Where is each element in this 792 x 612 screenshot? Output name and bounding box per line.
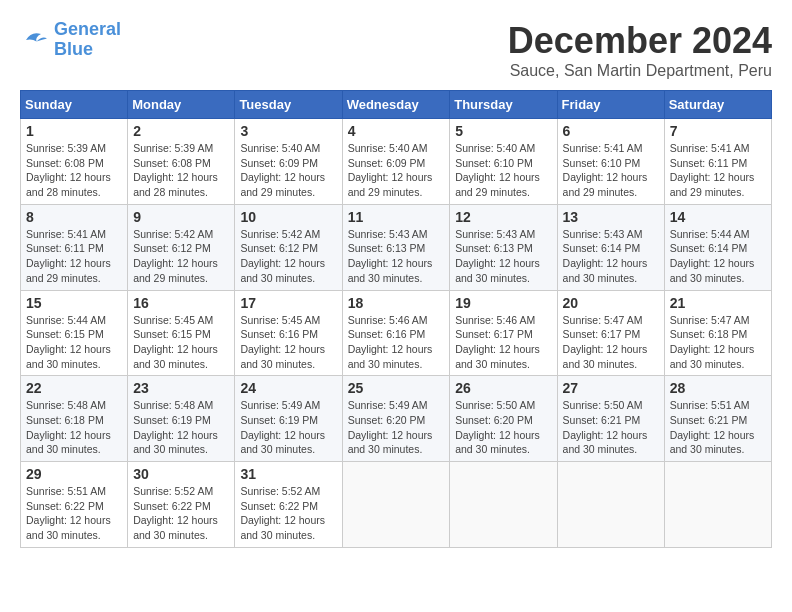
calendar-week-4: 22 Sunrise: 5:48 AMSunset: 6:18 PMDaylig… xyxy=(21,376,772,462)
day-number: 26 xyxy=(455,380,551,396)
day-info: Sunrise: 5:50 AMSunset: 6:20 PMDaylight:… xyxy=(455,398,551,457)
calendar-header-saturday: Saturday xyxy=(664,91,771,119)
calendar-week-1: 1 Sunrise: 5:39 AMSunset: 6:08 PMDayligh… xyxy=(21,119,772,205)
calendar-cell: 13 Sunrise: 5:43 AMSunset: 6:14 PMDaylig… xyxy=(557,204,664,290)
day-number: 7 xyxy=(670,123,766,139)
day-number: 24 xyxy=(240,380,336,396)
day-number: 22 xyxy=(26,380,122,396)
day-info: Sunrise: 5:42 AMSunset: 6:12 PMDaylight:… xyxy=(133,227,229,286)
calendar-header-tuesday: Tuesday xyxy=(235,91,342,119)
calendar-cell: 25 Sunrise: 5:49 AMSunset: 6:20 PMDaylig… xyxy=(342,376,450,462)
calendar-cell: 16 Sunrise: 5:45 AMSunset: 6:15 PMDaylig… xyxy=(128,290,235,376)
calendar-cell: 9 Sunrise: 5:42 AMSunset: 6:12 PMDayligh… xyxy=(128,204,235,290)
day-info: Sunrise: 5:40 AMSunset: 6:09 PMDaylight:… xyxy=(348,141,445,200)
logo: General Blue xyxy=(20,20,121,60)
day-number: 13 xyxy=(563,209,659,225)
day-number: 28 xyxy=(670,380,766,396)
day-number: 25 xyxy=(348,380,445,396)
day-info: Sunrise: 5:41 AMSunset: 6:10 PMDaylight:… xyxy=(563,141,659,200)
day-number: 15 xyxy=(26,295,122,311)
day-info: Sunrise: 5:50 AMSunset: 6:21 PMDaylight:… xyxy=(563,398,659,457)
day-number: 1 xyxy=(26,123,122,139)
calendar-week-3: 15 Sunrise: 5:44 AMSunset: 6:15 PMDaylig… xyxy=(21,290,772,376)
calendar-cell: 30 Sunrise: 5:52 AMSunset: 6:22 PMDaylig… xyxy=(128,462,235,548)
day-info: Sunrise: 5:49 AMSunset: 6:19 PMDaylight:… xyxy=(240,398,336,457)
location-title: Sauce, San Martin Department, Peru xyxy=(508,62,772,80)
calendar-cell xyxy=(664,462,771,548)
calendar-cell: 19 Sunrise: 5:46 AMSunset: 6:17 PMDaylig… xyxy=(450,290,557,376)
calendar-week-5: 29 Sunrise: 5:51 AMSunset: 6:22 PMDaylig… xyxy=(21,462,772,548)
day-info: Sunrise: 5:41 AMSunset: 6:11 PMDaylight:… xyxy=(670,141,766,200)
day-number: 18 xyxy=(348,295,445,311)
calendar-cell: 7 Sunrise: 5:41 AMSunset: 6:11 PMDayligh… xyxy=(664,119,771,205)
day-number: 11 xyxy=(348,209,445,225)
title-block: December 2024 Sauce, San Martin Departme… xyxy=(508,20,772,80)
day-number: 6 xyxy=(563,123,659,139)
day-info: Sunrise: 5:41 AMSunset: 6:11 PMDaylight:… xyxy=(26,227,122,286)
day-info: Sunrise: 5:40 AMSunset: 6:09 PMDaylight:… xyxy=(240,141,336,200)
calendar-table: SundayMondayTuesdayWednesdayThursdayFrid… xyxy=(20,90,772,548)
logo-text: General Blue xyxy=(54,20,121,60)
day-info: Sunrise: 5:51 AMSunset: 6:22 PMDaylight:… xyxy=(26,484,122,543)
month-title: December 2024 xyxy=(508,20,772,62)
day-info: Sunrise: 5:48 AMSunset: 6:18 PMDaylight:… xyxy=(26,398,122,457)
day-info: Sunrise: 5:47 AMSunset: 6:17 PMDaylight:… xyxy=(563,313,659,372)
day-number: 8 xyxy=(26,209,122,225)
day-info: Sunrise: 5:44 AMSunset: 6:15 PMDaylight:… xyxy=(26,313,122,372)
calendar-cell: 10 Sunrise: 5:42 AMSunset: 6:12 PMDaylig… xyxy=(235,204,342,290)
calendar-cell: 8 Sunrise: 5:41 AMSunset: 6:11 PMDayligh… xyxy=(21,204,128,290)
day-number: 21 xyxy=(670,295,766,311)
calendar-cell: 28 Sunrise: 5:51 AMSunset: 6:21 PMDaylig… xyxy=(664,376,771,462)
day-info: Sunrise: 5:43 AMSunset: 6:13 PMDaylight:… xyxy=(348,227,445,286)
calendar-cell: 18 Sunrise: 5:46 AMSunset: 6:16 PMDaylig… xyxy=(342,290,450,376)
day-number: 17 xyxy=(240,295,336,311)
calendar-cell: 21 Sunrise: 5:47 AMSunset: 6:18 PMDaylig… xyxy=(664,290,771,376)
calendar-header-monday: Monday xyxy=(128,91,235,119)
calendar-cell: 12 Sunrise: 5:43 AMSunset: 6:13 PMDaylig… xyxy=(450,204,557,290)
day-info: Sunrise: 5:46 AMSunset: 6:16 PMDaylight:… xyxy=(348,313,445,372)
calendar-cell: 31 Sunrise: 5:52 AMSunset: 6:22 PMDaylig… xyxy=(235,462,342,548)
day-info: Sunrise: 5:40 AMSunset: 6:10 PMDaylight:… xyxy=(455,141,551,200)
day-number: 27 xyxy=(563,380,659,396)
day-info: Sunrise: 5:44 AMSunset: 6:14 PMDaylight:… xyxy=(670,227,766,286)
calendar-cell: 3 Sunrise: 5:40 AMSunset: 6:09 PMDayligh… xyxy=(235,119,342,205)
calendar-cell: 4 Sunrise: 5:40 AMSunset: 6:09 PMDayligh… xyxy=(342,119,450,205)
day-info: Sunrise: 5:39 AMSunset: 6:08 PMDaylight:… xyxy=(26,141,122,200)
day-info: Sunrise: 5:52 AMSunset: 6:22 PMDaylight:… xyxy=(240,484,336,543)
calendar-cell: 14 Sunrise: 5:44 AMSunset: 6:14 PMDaylig… xyxy=(664,204,771,290)
calendar-cell: 2 Sunrise: 5:39 AMSunset: 6:08 PMDayligh… xyxy=(128,119,235,205)
calendar-cell: 17 Sunrise: 5:45 AMSunset: 6:16 PMDaylig… xyxy=(235,290,342,376)
day-number: 19 xyxy=(455,295,551,311)
day-info: Sunrise: 5:51 AMSunset: 6:21 PMDaylight:… xyxy=(670,398,766,457)
day-info: Sunrise: 5:43 AMSunset: 6:13 PMDaylight:… xyxy=(455,227,551,286)
calendar-header-thursday: Thursday xyxy=(450,91,557,119)
day-info: Sunrise: 5:45 AMSunset: 6:15 PMDaylight:… xyxy=(133,313,229,372)
day-number: 2 xyxy=(133,123,229,139)
day-number: 16 xyxy=(133,295,229,311)
calendar-week-2: 8 Sunrise: 5:41 AMSunset: 6:11 PMDayligh… xyxy=(21,204,772,290)
day-number: 23 xyxy=(133,380,229,396)
logo-icon xyxy=(20,25,50,55)
calendar-cell: 22 Sunrise: 5:48 AMSunset: 6:18 PMDaylig… xyxy=(21,376,128,462)
day-number: 12 xyxy=(455,209,551,225)
day-number: 30 xyxy=(133,466,229,482)
day-info: Sunrise: 5:42 AMSunset: 6:12 PMDaylight:… xyxy=(240,227,336,286)
calendar-header-wednesday: Wednesday xyxy=(342,91,450,119)
calendar-cell xyxy=(450,462,557,548)
calendar-header-sunday: Sunday xyxy=(21,91,128,119)
day-info: Sunrise: 5:39 AMSunset: 6:08 PMDaylight:… xyxy=(133,141,229,200)
calendar-cell: 23 Sunrise: 5:48 AMSunset: 6:19 PMDaylig… xyxy=(128,376,235,462)
day-info: Sunrise: 5:45 AMSunset: 6:16 PMDaylight:… xyxy=(240,313,336,372)
day-number: 29 xyxy=(26,466,122,482)
page-header: General Blue December 2024 Sauce, San Ma… xyxy=(20,20,772,80)
calendar-cell: 6 Sunrise: 5:41 AMSunset: 6:10 PMDayligh… xyxy=(557,119,664,205)
calendar-cell: 11 Sunrise: 5:43 AMSunset: 6:13 PMDaylig… xyxy=(342,204,450,290)
day-number: 9 xyxy=(133,209,229,225)
calendar-cell: 20 Sunrise: 5:47 AMSunset: 6:17 PMDaylig… xyxy=(557,290,664,376)
day-number: 3 xyxy=(240,123,336,139)
day-info: Sunrise: 5:46 AMSunset: 6:17 PMDaylight:… xyxy=(455,313,551,372)
day-number: 5 xyxy=(455,123,551,139)
calendar-cell xyxy=(557,462,664,548)
day-info: Sunrise: 5:49 AMSunset: 6:20 PMDaylight:… xyxy=(348,398,445,457)
calendar-header-friday: Friday xyxy=(557,91,664,119)
